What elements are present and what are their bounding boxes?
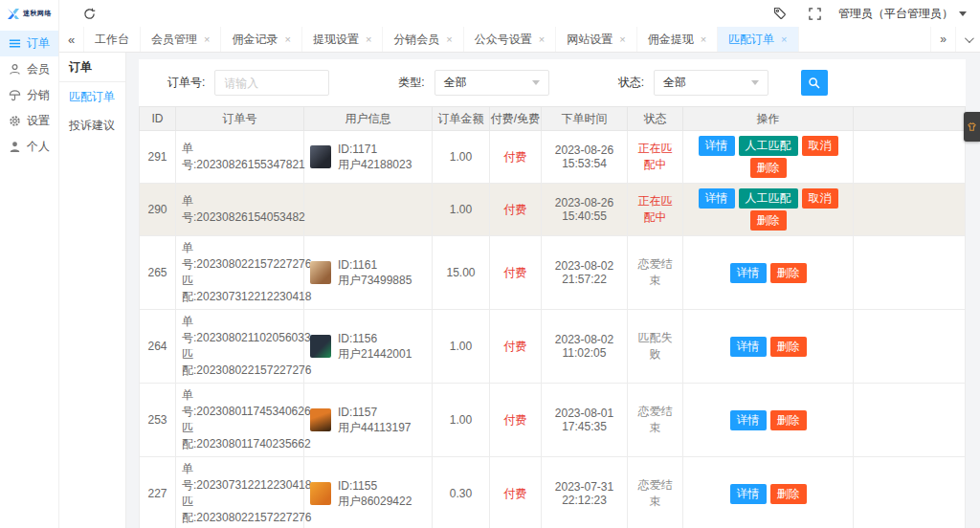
tab-匹配订单[interactable]: 匹配订单× bbox=[718, 27, 798, 52]
cell-user-info: ID:1171用户42188023 bbox=[304, 131, 433, 184]
close-icon[interactable]: × bbox=[781, 34, 787, 45]
table-row: 265单号:202308022157227276匹配:2023073122122… bbox=[140, 236, 966, 310]
tab-网站设置[interactable]: 网站设置× bbox=[556, 27, 636, 52]
topbar: 管理员（平台管理员） bbox=[59, 0, 980, 27]
close-icon[interactable]: × bbox=[284, 34, 290, 45]
sidebar-item-设置[interactable]: 设置 bbox=[0, 108, 58, 134]
chevron-down-icon bbox=[532, 80, 540, 85]
user-icon bbox=[9, 63, 21, 76]
column-header: 订单金额 bbox=[433, 107, 490, 131]
cell-fee-type: 付费 bbox=[490, 310, 542, 384]
cell-fee-type: 付费 bbox=[490, 384, 542, 457]
order-no: 单号:202308011745340626 bbox=[182, 387, 298, 420]
tabs-menu-button[interactable] bbox=[955, 27, 980, 52]
action-button-取消[interactable]: 取消 bbox=[802, 188, 838, 209]
tab-会员管理[interactable]: 会员管理× bbox=[141, 27, 221, 52]
cell-actions: 详情人工匹配取消删除 bbox=[683, 184, 854, 236]
cell-id: 227 bbox=[140, 457, 176, 528]
table-header-row: ID订单号用户信息订单金额付费/免费下单时间状态操作 bbox=[140, 107, 966, 131]
fullscreen-icon[interactable] bbox=[804, 3, 825, 24]
tabs-collapse-button[interactable]: « bbox=[59, 27, 84, 52]
close-icon[interactable]: × bbox=[539, 34, 545, 45]
action-button-删除[interactable]: 删除 bbox=[770, 337, 807, 357]
action-button-详情[interactable]: 详情 bbox=[730, 337, 767, 357]
cell-amount: 1.00 bbox=[433, 384, 490, 457]
admin-dropdown[interactable]: 管理员（平台管理员） bbox=[838, 6, 967, 22]
tab-工作台[interactable]: 工作台 bbox=[84, 27, 141, 52]
avatar bbox=[310, 335, 331, 358]
type-select[interactable]: 全部 bbox=[434, 70, 549, 96]
user-text: ID:1171用户42188023 bbox=[338, 142, 412, 172]
order-no-input[interactable] bbox=[214, 70, 329, 96]
tab-公众号设置[interactable]: 公众号设置× bbox=[464, 27, 556, 52]
close-icon[interactable]: × bbox=[619, 34, 625, 45]
user-info: ID:1171用户42188023 bbox=[310, 142, 426, 172]
cell-order-no: 单号:202308022157227276匹配:2023073122122304… bbox=[176, 236, 304, 310]
action-button-详情[interactable]: 详情 bbox=[699, 188, 735, 209]
search-icon bbox=[808, 77, 821, 90]
action-button-详情[interactable]: 详情 bbox=[730, 410, 767, 430]
column-header bbox=[854, 107, 966, 131]
tab-分销会员[interactable]: 分销会员× bbox=[383, 27, 463, 52]
sidebar-item-订单[interactable]: 订单 bbox=[0, 31, 58, 56]
cell-order-time: 2023-07-31 22:12:23 bbox=[542, 457, 628, 528]
user-text: ID:1155用户86029422 bbox=[338, 478, 412, 509]
user-name: 用户21442001 bbox=[338, 346, 412, 362]
main-sidebar: 迷秋网络 订单会员分销设置个人 bbox=[0, 0, 59, 528]
close-icon[interactable]: × bbox=[446, 34, 452, 45]
cell-filler bbox=[854, 131, 966, 184]
action-button-详情[interactable]: 详情 bbox=[699, 136, 735, 156]
theme-skin-button[interactable] bbox=[964, 112, 980, 142]
cell-amount: 1.00 bbox=[433, 310, 490, 384]
sidebar-menu: 订单会员分销设置个人 bbox=[0, 27, 58, 160]
tab-佣金记录[interactable]: 佣金记录× bbox=[221, 27, 301, 52]
sidebar-item-个人[interactable]: 个人 bbox=[0, 134, 58, 160]
user-text: ID:1161用户73499885 bbox=[338, 257, 412, 288]
tab-label: 佣金记录 bbox=[232, 32, 278, 48]
close-icon[interactable]: × bbox=[701, 34, 706, 45]
cell-order-no: 单号:20230826154053482 bbox=[176, 184, 304, 236]
sidebar-item-label: 会员 bbox=[27, 61, 50, 77]
table-row: 253单号:202308011745340626匹配:2023080117402… bbox=[140, 384, 966, 457]
action-button-详情[interactable]: 详情 bbox=[730, 263, 767, 283]
action-button-详情[interactable]: 详情 bbox=[730, 484, 767, 504]
action-button-删除[interactable]: 删除 bbox=[750, 158, 787, 178]
close-icon[interactable]: × bbox=[204, 34, 210, 45]
tabs-expand-button[interactable]: » bbox=[930, 27, 955, 52]
sidebar-item-分销[interactable]: 分销 bbox=[0, 82, 58, 108]
tab-佣金提现[interactable]: 佣金提现× bbox=[637, 27, 718, 52]
cell-order-no: 单号:202308011745340626匹配:2023080117402356… bbox=[176, 384, 304, 457]
tab-提现设置[interactable]: 提现设置× bbox=[302, 27, 383, 52]
status-select-value: 全部 bbox=[663, 75, 686, 91]
cell-status: 匹配失败 bbox=[628, 310, 683, 384]
cell-status: 恋爱结束 bbox=[628, 457, 683, 528]
action-button-删除[interactable]: 删除 bbox=[770, 484, 807, 504]
action-button-人工匹配[interactable]: 人工匹配 bbox=[739, 188, 798, 209]
cell-filler bbox=[854, 184, 966, 236]
work-area: 订单号: 类型: 全部 状态: 全部 bbox=[126, 53, 980, 528]
user-name: 用户73499885 bbox=[338, 273, 412, 288]
action-button-人工匹配[interactable]: 人工匹配 bbox=[739, 136, 798, 156]
action-button-删除[interactable]: 删除 bbox=[750, 210, 787, 231]
submenu-item-匹配订单[interactable]: 匹配订单 bbox=[59, 82, 125, 111]
search-button[interactable] bbox=[801, 70, 828, 96]
cell-filler bbox=[854, 310, 966, 384]
close-icon[interactable]: × bbox=[366, 34, 371, 45]
tab-label: 提现设置 bbox=[313, 32, 359, 48]
app-logo: 迷秋网络 bbox=[0, 0, 58, 27]
refresh-icon[interactable] bbox=[78, 3, 100, 24]
user-info: ID:1161用户73499885 bbox=[310, 257, 426, 288]
action-button-取消[interactable]: 取消 bbox=[802, 136, 838, 156]
tag-icon[interactable] bbox=[769, 3, 791, 24]
action-button-删除[interactable]: 删除 bbox=[770, 410, 807, 430]
table-body: 291单号:20230826155347821ID:1171用户42188023… bbox=[140, 131, 966, 528]
action-button-删除[interactable]: 删除 bbox=[770, 263, 807, 283]
cell-user-info: ID:1161用户73499885 bbox=[304, 236, 433, 310]
cell-status: 正在匹配中 bbox=[628, 184, 683, 236]
sidebar-item-会员[interactable]: 会员 bbox=[0, 56, 58, 82]
submenu-item-投诉建议[interactable]: 投诉建议 bbox=[59, 111, 125, 140]
table-row: 290单号:202308261540534821.00付费2023-08-26 … bbox=[140, 184, 966, 236]
submenu-panel: 订单 匹配订单投诉建议 bbox=[59, 53, 126, 528]
cell-order-no: 单号:202307312212230418匹配:2023080221572272… bbox=[176, 457, 304, 528]
status-select[interactable]: 全部 bbox=[654, 70, 768, 96]
